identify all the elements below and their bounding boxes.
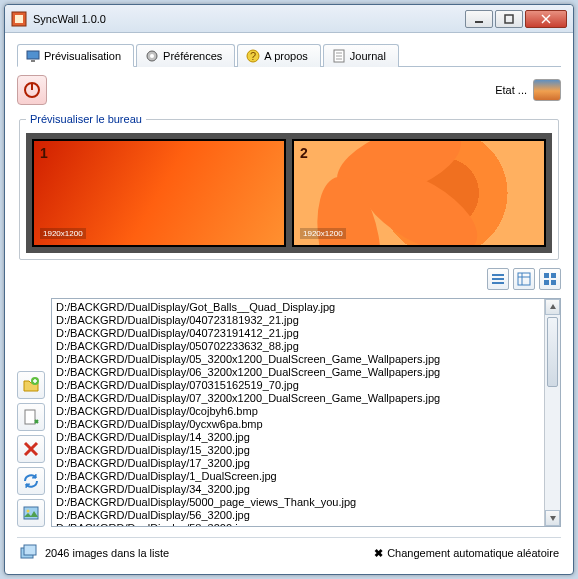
tab-label: Journal — [350, 50, 386, 62]
file-list-item[interactable]: D:/BACKGRD/DualDisplay/15_3200.jpg — [56, 444, 540, 457]
svg-point-9 — [150, 54, 154, 58]
view-list-button[interactable] — [487, 268, 509, 290]
power-button[interactable] — [17, 75, 47, 105]
app-window: SyncWall 1.0.0 Prévisualisation Préféren… — [4, 4, 574, 575]
file-list-item[interactable]: D:/BACKGRD/DualDisplay/06_3200x1200_Dual… — [56, 366, 540, 379]
file-list-item[interactable]: D:/BACKGRD/DualDisplay/58_3200.jpg — [56, 522, 540, 526]
random-label: Changement automatique aléatoire — [387, 547, 559, 559]
svg-rect-31 — [25, 410, 35, 424]
app-icon — [11, 11, 27, 27]
tab-strip: Prévisualisation Préférences ? A propos … — [17, 43, 561, 67]
gear-icon — [145, 49, 159, 63]
picture-icon — [22, 504, 40, 522]
tab-label: A propos — [264, 50, 307, 62]
svg-point-35 — [27, 510, 30, 513]
folder-add-icon — [22, 376, 40, 394]
file-list-item[interactable]: D:/BACKGRD/DualDisplay/17_3200.jpg — [56, 457, 540, 470]
monitor-number: 1 — [40, 145, 48, 161]
tab-journal[interactable]: Journal — [323, 44, 399, 67]
monitor-resolution: 1920x1200 — [300, 228, 346, 239]
log-icon — [332, 49, 346, 63]
file-list-item[interactable]: D:/BACKGRD/DualDisplay/0ycxw6pa.bmp — [56, 418, 540, 431]
help-icon: ? — [246, 49, 260, 63]
view-toolbar — [17, 266, 561, 292]
svg-rect-21 — [518, 273, 530, 285]
file-list-item[interactable]: D:/BACKGRD/DualDisplay/040723191412_21.j… — [56, 327, 540, 340]
tab-preview[interactable]: Prévisualisation — [17, 44, 134, 67]
svg-rect-1 — [15, 15, 23, 23]
details-icon — [517, 272, 531, 286]
power-icon — [23, 81, 41, 99]
tab-preferences[interactable]: Préférences — [136, 44, 235, 67]
minimize-button[interactable] — [465, 10, 493, 28]
file-list-item[interactable]: D:/BACKGRD/DualDisplay/5000_page_views_T… — [56, 496, 540, 509]
image-count-label: 2046 images dans la liste — [45, 547, 169, 559]
refresh-icon — [22, 472, 40, 490]
tab-label: Préférences — [163, 50, 222, 62]
file-list-item[interactable]: D:/BACKGRD/DualDisplay/0cojbyh6.bmp — [56, 405, 540, 418]
svg-rect-25 — [551, 273, 556, 278]
title-bar[interactable]: SyncWall 1.0.0 — [5, 5, 573, 33]
preview-fieldset: Prévisualiser le bureau 1 1920x1200 2 19… — [19, 113, 559, 260]
file-list-item[interactable]: D:/BACKGRD/DualDisplay/34_3200.jpg — [56, 483, 540, 496]
file-list-item[interactable]: D:/BACKGRD/DualDisplay/14_3200.jpg — [56, 431, 540, 444]
add-folder-button[interactable] — [17, 371, 45, 399]
desktop-preview[interactable]: 1 1920x1200 2 1920x1200 — [26, 133, 552, 253]
state-label: Etat ... — [495, 84, 527, 96]
add-file-button[interactable] — [17, 403, 45, 431]
file-list-item[interactable]: D:/BACKGRD/DualDisplay/040723181932_21.j… — [56, 314, 540, 327]
tab-about[interactable]: ? A propos — [237, 44, 320, 67]
scroll-thumb[interactable] — [547, 317, 558, 387]
file-list-item[interactable]: D:/BACKGRD/DualDisplay/56_3200.jpg — [56, 509, 540, 522]
apply-button[interactable] — [17, 499, 45, 527]
state-thumbnail[interactable] — [533, 79, 561, 101]
file-list-item[interactable]: D:/BACKGRD/DualDisplay/07_3200x1200_Dual… — [56, 392, 540, 405]
svg-rect-26 — [544, 280, 549, 285]
scrollbar[interactable] — [544, 299, 560, 526]
svg-rect-24 — [544, 273, 549, 278]
view-thumbnails-button[interactable] — [539, 268, 561, 290]
view-details-button[interactable] — [513, 268, 535, 290]
file-list-item[interactable]: D:/BACKGRD/DualDisplay/050702233632_88.j… — [56, 340, 540, 353]
file-list[interactable]: D:/BACKGRD/DualDisplay/Got_Balls__Quad_D… — [52, 299, 544, 526]
monitor-2[interactable]: 2 1920x1200 — [292, 139, 546, 247]
svg-rect-27 — [551, 280, 556, 285]
file-list-item[interactable]: D:/BACKGRD/DualDisplay/070315162519_70.j… — [56, 379, 540, 392]
svg-rect-19 — [492, 278, 504, 280]
random-off-icon: ✖ — [374, 547, 383, 560]
status-bar: 2046 images dans la liste ✖ Changement a… — [17, 537, 561, 564]
file-list-panel: D:/BACKGRD/DualDisplay/Got_Balls__Quad_D… — [51, 298, 561, 527]
scroll-down-button[interactable] — [545, 510, 560, 526]
refresh-button[interactable] — [17, 467, 45, 495]
preview-legend: Prévisualiser le bureau — [26, 113, 146, 125]
file-list-item[interactable]: D:/BACKGRD/DualDisplay/Got_Balls__Quad_D… — [56, 301, 540, 314]
grid-icon — [543, 272, 557, 286]
middle-area: D:/BACKGRD/DualDisplay/Got_Balls__Quad_D… — [17, 298, 561, 527]
svg-rect-7 — [31, 60, 35, 62]
tab-label: Prévisualisation — [44, 50, 121, 62]
monitor-resolution: 1920x1200 — [40, 228, 86, 239]
svg-rect-6 — [27, 51, 39, 59]
state-area: Etat ... — [495, 79, 561, 101]
svg-rect-18 — [492, 274, 504, 276]
window-title: SyncWall 1.0.0 — [33, 13, 463, 25]
close-button[interactable] — [525, 10, 567, 28]
top-row: Etat ... — [17, 73, 561, 107]
maximize-button[interactable] — [495, 10, 523, 28]
svg-rect-20 — [492, 282, 504, 284]
scroll-up-button[interactable] — [545, 299, 560, 315]
svg-rect-34 — [24, 507, 38, 519]
client-area: Prévisualisation Préférences ? A propos … — [5, 33, 573, 574]
list-icon — [491, 272, 505, 286]
monitor-icon — [26, 49, 40, 63]
side-toolbar — [17, 298, 45, 527]
svg-rect-37 — [24, 545, 36, 555]
delete-icon — [22, 440, 40, 458]
file-list-item[interactable]: D:/BACKGRD/DualDisplay/1_DualScreen.jpg — [56, 470, 540, 483]
remove-button[interactable] — [17, 435, 45, 463]
svg-text:?: ? — [250, 50, 256, 62]
svg-rect-3 — [505, 15, 513, 23]
monitor-1[interactable]: 1 1920x1200 — [32, 139, 286, 247]
file-list-item[interactable]: D:/BACKGRD/DualDisplay/05_3200x1200_Dual… — [56, 353, 540, 366]
stack-icon — [19, 542, 39, 564]
